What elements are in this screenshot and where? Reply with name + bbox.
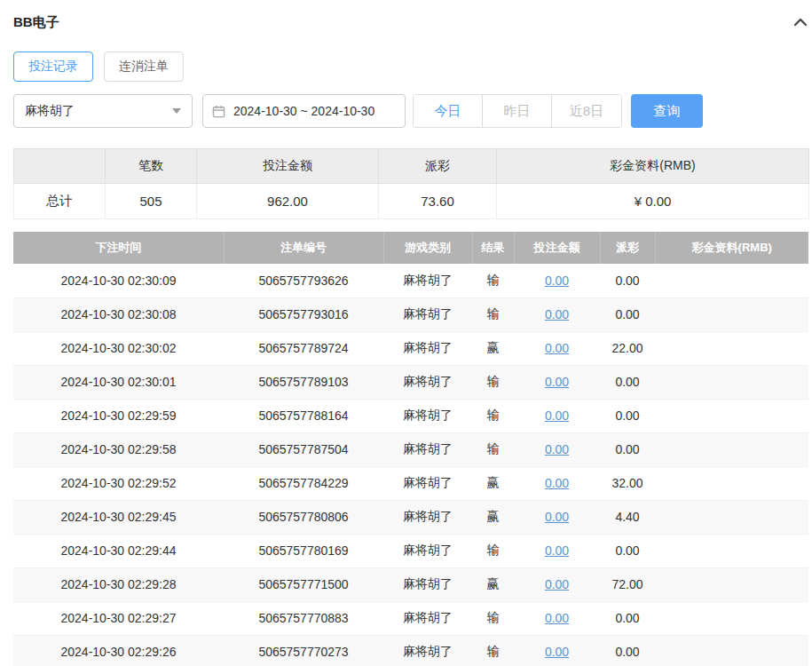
table-row: 2024-10-30 02:29:455065757780806麻将胡了赢0.0… <box>13 500 808 534</box>
header-bonus: 彩金资料(RMB) <box>655 232 808 264</box>
bet-amount-link[interactable]: 0.00 <box>545 543 569 558</box>
bet-amount-link[interactable]: 0.00 <box>545 442 569 456</box>
collapse-chevron-up-icon[interactable] <box>792 16 808 28</box>
bet-amount-link[interactable]: 0.00 <box>545 307 569 321</box>
summary-header-bet-amount: 投注金额 <box>197 149 379 184</box>
bet-records-table: 下注时间 注单编号 游戏类别 结果 投注金额 派彩 彩金资料(RMB) 2024… <box>13 232 808 666</box>
order-id-cell: 5065757787504 <box>224 432 383 466</box>
payout-cell: 22.00 <box>600 331 655 365</box>
payout-cell: 72.00 <box>600 567 655 601</box>
table-row: 2024-10-30 02:30:015065757789103麻将胡了输0.0… <box>13 365 808 399</box>
query-button[interactable]: 查询 <box>631 94 703 128</box>
order-id-cell: 5065757789724 <box>224 331 383 365</box>
bet-amount-link[interactable]: 0.00 <box>545 341 569 355</box>
table-row: 2024-10-30 02:29:585065757787504麻将胡了输0.0… <box>13 432 808 466</box>
game-type-cell: 麻将胡了 <box>383 264 472 297</box>
summary-header-row: 笔数 投注金额 派彩 彩金资料(RMB) <box>14 149 809 184</box>
payout-cell: 0.00 <box>600 432 655 466</box>
payout-cell: 0.00 <box>600 534 655 567</box>
tab-linked-bets[interactable]: 连消注单 <box>104 52 184 82</box>
summary-total-row: 总计 505 962.00 73.60 ¥ 0.00 <box>14 184 809 219</box>
yesterday-button[interactable]: 昨日 <box>483 95 552 127</box>
order-id-cell: 5065757789103 <box>224 365 383 399</box>
header-order-id: 注单编号 <box>224 232 383 264</box>
header-bet-time: 下注时间 <box>13 232 224 264</box>
bet-time-cell: 2024-10-30 02:29:58 <box>13 432 224 466</box>
calendar-icon <box>212 105 225 118</box>
today-button[interactable]: 今日 <box>414 95 483 127</box>
table-header-row: 下注时间 注单编号 游戏类别 结果 投注金额 派彩 彩金资料(RMB) <box>13 232 808 264</box>
game-type-cell: 麻将胡了 <box>383 365 472 399</box>
bet-time-cell: 2024-10-30 02:30:01 <box>13 365 224 399</box>
summary-header-count: 笔数 <box>106 149 197 184</box>
chevron-down-icon <box>172 108 181 114</box>
tab-bet-records[interactable]: 投注记录 <box>13 52 93 82</box>
bet-amount-cell: 0.00 <box>514 399 600 432</box>
order-id-cell: 5065757784229 <box>224 466 383 500</box>
bet-time-cell: 2024-10-30 02:29:52 <box>13 466 224 500</box>
bonus-cell <box>655 297 808 331</box>
bet-amount-cell: 0.00 <box>514 466 600 500</box>
summary-table: 笔数 投注金额 派彩 彩金资料(RMB) 总计 505 962.00 73.60… <box>13 148 809 219</box>
game-type-cell: 麻将胡了 <box>383 432 472 466</box>
bonus-cell <box>655 567 808 601</box>
result-cell: 赢 <box>472 500 514 534</box>
bet-time-cell: 2024-10-30 02:30:08 <box>13 297 224 331</box>
bet-amount-link[interactable]: 0.00 <box>545 408 569 423</box>
payout-cell: 4.40 <box>600 500 655 534</box>
game-select[interactable]: 麻将胡了 <box>13 94 193 128</box>
bet-amount-cell: 0.00 <box>514 297 600 331</box>
header-game-type: 游戏类别 <box>383 232 472 264</box>
result-cell: 赢 <box>472 466 514 500</box>
bonus-cell <box>655 264 808 297</box>
bet-amount-cell: 0.00 <box>514 601 600 635</box>
game-type-cell: 麻将胡了 <box>383 567 472 601</box>
payout-cell: 0.00 <box>600 635 655 666</box>
header-payout: 派彩 <box>600 232 655 264</box>
order-id-cell: 5065757770883 <box>224 601 383 635</box>
order-id-cell: 5065757771500 <box>224 567 383 601</box>
bet-amount-link[interactable]: 0.00 <box>545 611 569 625</box>
bet-amount-link[interactable]: 0.00 <box>545 577 569 591</box>
bonus-cell <box>655 331 808 365</box>
filter-row: 麻将胡了 2024-10-30 ~ 2024-10-30 今日 昨日 近8日 查… <box>13 94 808 128</box>
date-range-picker[interactable]: 2024-10-30 ~ 2024-10-30 <box>202 94 406 128</box>
bet-table-body: 2024-10-30 02:30:095065757793626麻将胡了输0.0… <box>13 264 808 666</box>
result-cell: 输 <box>472 432 514 466</box>
payout-cell: 0.00 <box>600 601 655 635</box>
bet-amount-link[interactable]: 0.00 <box>545 510 569 524</box>
result-cell: 输 <box>472 297 514 331</box>
bet-amount-link[interactable]: 0.00 <box>545 274 569 288</box>
table-row: 2024-10-30 02:29:595065757788164麻将胡了输0.0… <box>13 399 808 432</box>
summary-header-payout: 派彩 <box>379 149 497 184</box>
bonus-cell <box>655 601 808 635</box>
quick-date-group: 今日 昨日 近8日 <box>413 94 622 128</box>
result-cell: 输 <box>472 365 514 399</box>
result-cell: 输 <box>472 534 514 567</box>
table-row: 2024-10-30 02:29:525065757784229麻将胡了赢0.0… <box>13 466 808 500</box>
table-row: 2024-10-30 02:29:445065757780169麻将胡了输0.0… <box>13 534 808 567</box>
payout-cell: 0.00 <box>600 365 655 399</box>
header-result: 结果 <box>472 232 514 264</box>
bet-time-cell: 2024-10-30 02:29:59 <box>13 399 224 432</box>
summary-bet-amount-value: 962.00 <box>197 184 379 219</box>
payout-cell: 0.00 <box>600 399 655 432</box>
summary-count-value: 505 <box>106 184 197 219</box>
game-type-cell: 麻将胡了 <box>383 297 472 331</box>
last-8-days-button[interactable]: 近8日 <box>552 95 621 127</box>
summary-payout-value: 73.60 <box>379 184 497 219</box>
bet-amount-link[interactable]: 0.00 <box>545 645 569 659</box>
bet-time-cell: 2024-10-30 02:29:27 <box>13 601 224 635</box>
bet-amount-link[interactable]: 0.00 <box>545 375 569 389</box>
payout-cell: 0.00 <box>600 297 655 331</box>
bet-amount-cell: 0.00 <box>514 567 600 601</box>
bet-amount-cell: 0.00 <box>514 365 600 399</box>
result-cell: 输 <box>472 264 514 297</box>
table-row: 2024-10-30 02:30:095065757793626麻将胡了输0.0… <box>13 264 808 297</box>
bet-time-cell: 2024-10-30 02:29:28 <box>13 567 224 601</box>
bet-amount-link[interactable]: 0.00 <box>545 476 569 490</box>
bet-amount-cell: 0.00 <box>514 635 600 666</box>
bet-time-cell: 2024-10-30 02:29:44 <box>13 534 224 567</box>
order-id-cell: 5065757770273 <box>224 635 383 666</box>
game-type-cell: 麻将胡了 <box>383 466 472 500</box>
